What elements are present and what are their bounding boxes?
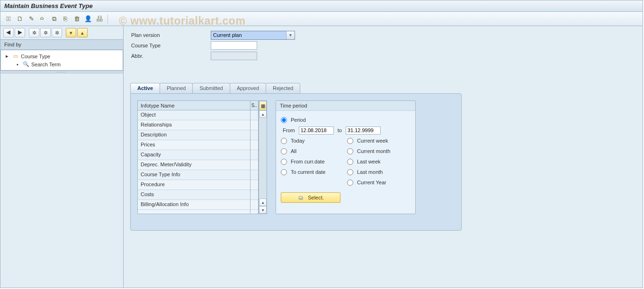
plan-version-value: Current plan xyxy=(211,31,286,39)
main-toolbar: ✎⃰ 🗋 ✎ ᯅ ⧉ ⎘ 🗑 👤 品 xyxy=(0,12,643,26)
chev-down-icon[interactable]: ▾ xyxy=(66,28,76,37)
find-by-label: Find by xyxy=(0,40,123,50)
radio-cur-month[interactable]: Current month xyxy=(347,146,413,156)
star2-icon[interactable]: ✲ xyxy=(40,28,51,37)
list-item[interactable]: Capacity xyxy=(138,150,250,160)
scroll-down-icon[interactable]: ▼ xyxy=(259,206,267,214)
sidebar: ⯇ ⯈ ✲ ✲ ✲ ▾ ▴ Find by ▸ ▭ Course Type • xyxy=(0,26,124,288)
list-item[interactable]: Billing/Allocation Info xyxy=(138,200,250,210)
titlebar: Maintain Business Event Type xyxy=(0,0,643,12)
person-icon[interactable]: 👤 xyxy=(83,14,93,24)
list-item xyxy=(250,190,259,200)
scroll-track[interactable] xyxy=(259,118,267,199)
time-period-panel: Time period Period From to xyxy=(276,100,416,214)
to-date-field[interactable] xyxy=(346,126,381,135)
abbr-row: Abbr. xyxy=(130,51,301,61)
tree-root[interactable]: ▸ ▭ Course Type xyxy=(1,52,123,60)
star1-icon[interactable]: ✲ xyxy=(29,28,39,37)
search-icon: 🔍 xyxy=(23,61,29,67)
list-item xyxy=(250,150,259,160)
radio-period-label: Period xyxy=(291,117,306,123)
plan-version-label: Plan version xyxy=(130,32,211,38)
plan-version-combo[interactable]: Current plan ▼ xyxy=(211,31,295,40)
tabstrip: Active Planned Submitted Approved Reject… xyxy=(130,83,636,231)
list-item[interactable]: Relationships xyxy=(138,120,250,130)
scroll-up2-icon[interactable]: ▲ xyxy=(259,199,267,206)
radio-grid: Today Current week All Current month Fro… xyxy=(281,135,411,188)
tab-planned[interactable]: Planned xyxy=(160,83,193,93)
infotype-header[interactable]: Infotype Name xyxy=(138,101,250,110)
sidebar-lower xyxy=(0,73,123,288)
expand-icon[interactable]: ▸ xyxy=(4,53,10,59)
list-item xyxy=(250,140,259,150)
radio-from-curr[interactable]: From curr.date xyxy=(281,156,347,167)
glasses-icon[interactable]: ᯅ xyxy=(37,14,48,24)
radio-last-week[interactable]: Last week xyxy=(347,156,413,167)
abbr-field xyxy=(211,52,257,60)
radio-today[interactable]: Today xyxy=(281,135,347,146)
from-label: From xyxy=(283,127,295,133)
radio-cur-year[interactable]: Current Year xyxy=(347,177,413,188)
course-type-row: Course Type xyxy=(130,40,301,51)
radio-period[interactable]: Period xyxy=(281,115,411,125)
bullet-icon: • xyxy=(14,62,21,67)
infotype-list: Infotype Name Object Relationships Descr… xyxy=(137,100,267,214)
find-tree[interactable]: ▸ ▭ Course Type • 🔍 Search Term xyxy=(0,50,123,71)
scroll-up-icon[interactable]: ▲ xyxy=(259,110,267,118)
list-item xyxy=(250,170,259,180)
select-button[interactable]: 🗂 Select. xyxy=(281,192,340,203)
pencil-icon[interactable]: ✎ xyxy=(26,14,36,24)
header-form: Plan version Current plan ▼ Course Type … xyxy=(130,30,301,61)
list-item xyxy=(250,180,259,190)
tab-approved[interactable]: Approved xyxy=(230,83,266,93)
course-type-field[interactable] xyxy=(211,41,257,50)
doc-icon: ▭ xyxy=(12,53,19,59)
cut-icon[interactable]: ⎘ xyxy=(60,14,71,24)
course-type-label: Course Type xyxy=(130,43,211,48)
sidebar-toolbar: ⯇ ⯈ ✲ ✲ ✲ ▾ ▴ xyxy=(0,26,123,40)
from-date-field[interactable] xyxy=(299,126,334,135)
tree-child[interactable]: • 🔍 Search Term xyxy=(1,60,123,68)
chevron-down-icon[interactable]: ▼ xyxy=(286,31,295,39)
tree-child-label: Search Term xyxy=(31,62,61,67)
hierarchy-icon[interactable]: 品 xyxy=(94,14,105,24)
list-item xyxy=(250,200,259,210)
select-button-label: Select. xyxy=(308,195,324,200)
trash-icon[interactable]: 🗑 xyxy=(72,14,82,24)
infotype-col-name: Infotype Name Object Relationships Descr… xyxy=(138,101,250,214)
star3-icon[interactable]: ✲ xyxy=(52,28,62,37)
radio-to-curr[interactable]: To current date xyxy=(281,167,347,177)
main-area: Plan version Current plan ▼ Course Type … xyxy=(124,26,643,288)
tab-submitted[interactable]: Submitted xyxy=(192,83,230,93)
radio-empty xyxy=(281,177,347,188)
radio-last-month[interactable]: Last month xyxy=(347,167,413,177)
list-item xyxy=(250,120,259,130)
list-item xyxy=(250,160,259,170)
list-item xyxy=(250,110,259,120)
forward-icon[interactable]: ⯈ xyxy=(15,28,25,37)
chev-up-icon[interactable]: ▴ xyxy=(77,28,88,37)
doc-new-icon[interactable]: 🗋 xyxy=(15,14,25,24)
config-columns-icon[interactable]: ▦ xyxy=(259,101,267,110)
radio-all[interactable]: All xyxy=(281,146,347,156)
plan-version-row: Plan version Current plan ▼ xyxy=(130,30,301,40)
list-item[interactable]: Deprec. Meter/Validity xyxy=(138,160,250,170)
radio-period-input[interactable] xyxy=(281,117,287,123)
toolbar-separator xyxy=(107,14,108,24)
tab-active[interactable]: Active xyxy=(130,83,160,93)
list-item[interactable]: Procedure xyxy=(138,180,250,190)
list-item[interactable]: Prices xyxy=(138,140,250,150)
list-item[interactable]: Costs xyxy=(138,190,250,200)
wand-icon[interactable]: ✎⃰ xyxy=(3,14,14,24)
back-icon[interactable]: ⯇ xyxy=(3,28,14,37)
list-item[interactable]: Object xyxy=(138,110,250,120)
radio-cur-week[interactable]: Current week xyxy=(347,135,413,146)
copy-icon[interactable]: ⧉ xyxy=(49,14,59,24)
tab-rejected[interactable]: Rejected xyxy=(266,83,300,93)
list-item[interactable]: Description xyxy=(138,130,250,140)
list-scrollbar[interactable]: ▦ ▲ ▲ ▼ xyxy=(259,101,267,214)
tab-body: Infotype Name Object Relationships Descr… xyxy=(130,93,462,231)
infotype-s-header[interactable]: S.. xyxy=(250,101,259,110)
list-item[interactable]: Course Type Info xyxy=(138,170,250,180)
date-range-row: From to xyxy=(281,125,411,135)
